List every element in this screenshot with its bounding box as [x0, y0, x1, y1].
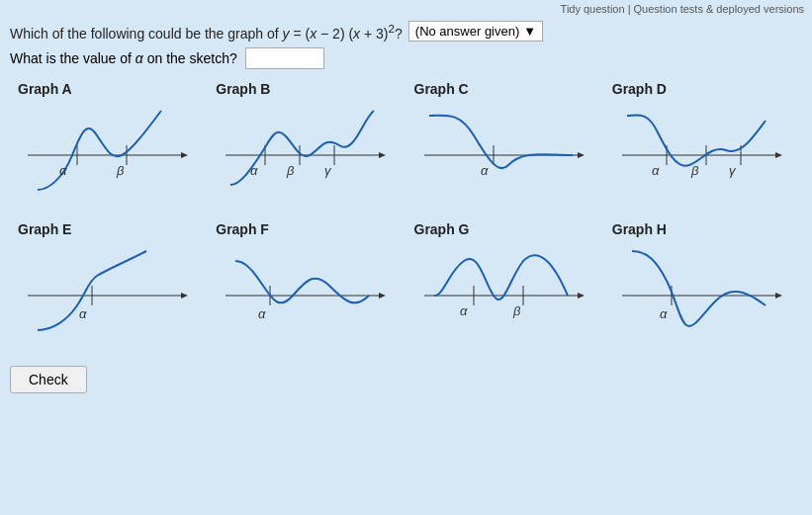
svg-text:α: α	[460, 303, 468, 318]
svg-text:α: α	[59, 163, 67, 178]
svg-text:α: α	[481, 163, 489, 178]
svg-marker-31	[379, 293, 386, 299]
svg-marker-19	[775, 152, 782, 158]
graph-g-label: Graph G	[414, 221, 470, 237]
graph-a-label: Graph A	[18, 81, 72, 97]
svg-text:γ: γ	[729, 163, 737, 178]
graph-cell-g[interactable]: Graph G α β	[406, 217, 604, 358]
svg-text:α: α	[652, 163, 660, 178]
alpha-row: What is the value of α on the sketch?	[0, 45, 812, 77]
svg-text:β: β	[690, 163, 699, 178]
svg-text:β: β	[512, 303, 521, 318]
top-bar: Tidy question | Question tests & deploye…	[0, 0, 812, 15]
graph-h-label: Graph H	[612, 221, 667, 237]
graph-cell-c[interactable]: Graph C α	[406, 77, 604, 217]
graph-cell-f[interactable]: Graph F α	[208, 217, 406, 358]
svg-marker-1	[181, 152, 188, 158]
svg-marker-41	[775, 293, 782, 299]
svg-text:γ: γ	[324, 163, 332, 178]
svg-marker-27	[181, 293, 188, 299]
graph-c-svg: α	[414, 101, 592, 210]
no-answer-dropdown[interactable]: (No answer given) ▼	[408, 21, 543, 42]
graph-h-svg: α	[612, 241, 790, 350]
graph-e-svg: α	[18, 241, 196, 350]
graph-b-svg: α β γ	[216, 101, 394, 210]
graph-cell-e[interactable]: Graph E α	[10, 217, 208, 358]
question-prefix: Which of the following could be the grap…	[10, 22, 403, 42]
graph-a-svg: α β	[18, 101, 196, 210]
topbar-text: Tidy question | Question tests & deploye…	[561, 3, 804, 15]
svg-marker-15	[578, 152, 585, 158]
no-answer-label: (No answer given)	[415, 24, 520, 39]
question-row: Which of the following could be the grap…	[0, 15, 812, 45]
alpha-input[interactable]	[245, 47, 324, 69]
graph-f-svg: α	[216, 241, 394, 350]
graph-f-label: Graph F	[216, 221, 269, 237]
graph-d-svg: α β γ	[612, 101, 790, 210]
graph-cell-d[interactable]: Graph D α β γ	[604, 77, 802, 217]
svg-text:α: α	[79, 306, 87, 321]
check-button[interactable]: Check	[10, 366, 87, 393]
graph-cell-b[interactable]: Graph B α β γ	[208, 77, 406, 217]
svg-text:β: β	[286, 163, 295, 178]
svg-text:β: β	[116, 163, 125, 178]
graph-g-svg: α β	[414, 241, 592, 350]
svg-text:α: α	[258, 306, 266, 321]
graph-e-label: Graph E	[18, 221, 71, 237]
svg-marker-35	[578, 293, 585, 299]
graphs-container: Graph A α β Graph B α β	[0, 77, 812, 358]
graph-c-label: Graph C	[414, 81, 469, 97]
dropdown-arrow-icon: ▼	[523, 24, 536, 39]
alpha-question-text: What is the value of α on the sketch?	[10, 50, 237, 66]
svg-text:α: α	[250, 163, 258, 178]
svg-text:α: α	[660, 306, 668, 321]
graph-cell-h[interactable]: Graph H α	[604, 217, 802, 358]
svg-marker-7	[379, 152, 386, 158]
graph-cell-a[interactable]: Graph A α β	[10, 77, 208, 217]
graph-d-label: Graph D	[612, 81, 667, 97]
graph-b-label: Graph B	[216, 81, 270, 97]
